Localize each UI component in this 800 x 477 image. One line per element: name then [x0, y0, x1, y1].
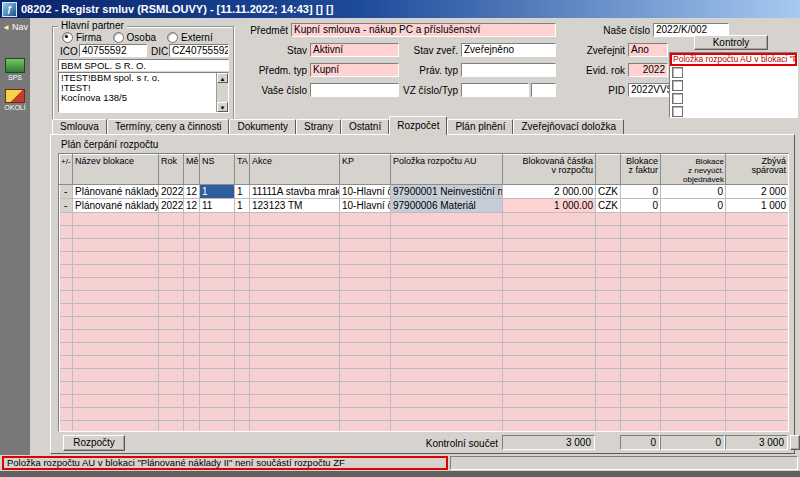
table-row-empty[interactable] [60, 395, 789, 408]
table-cell-empty[interactable] [661, 343, 726, 356]
table-cell-empty[interactable] [596, 252, 621, 265]
table-row-empty[interactable] [60, 278, 789, 291]
checkbox[interactable] [672, 93, 683, 104]
table-cell-empty[interactable] [73, 239, 159, 252]
table-cell-empty[interactable] [661, 395, 726, 408]
checkbox[interactable] [672, 67, 683, 78]
table-cell-empty[interactable] [60, 395, 73, 408]
table-cell-empty[interactable] [340, 213, 391, 226]
table-cell-ta[interactable]: 1 [235, 199, 250, 213]
table-cell-empty[interactable] [200, 382, 235, 395]
table-cell-empty[interactable] [235, 395, 250, 408]
table-cell-empty[interactable] [621, 317, 661, 330]
table-cell-empty[interactable] [661, 304, 726, 317]
sidebar-nav-button[interactable]: ◄ Nav [0, 18, 30, 36]
table-cell-empty[interactable] [159, 317, 184, 330]
table-cell-ns[interactable]: 1 [200, 185, 235, 199]
table-cell-empty[interactable] [184, 278, 200, 291]
table-cell-empty[interactable] [503, 239, 596, 252]
tab-dokumenty[interactable]: Dokumenty [229, 119, 296, 134]
table-cell-empty[interactable] [159, 226, 184, 239]
table-cell-obj[interactable]: 0 [661, 185, 726, 199]
table-cell-empty[interactable] [340, 291, 391, 304]
table-cell-empty[interactable] [184, 226, 200, 239]
table-cell-castka[interactable]: 1 000.00 [503, 199, 596, 213]
table-cell-empty[interactable] [184, 317, 200, 330]
radio-circle[interactable] [167, 32, 178, 43]
tab-ostatn-[interactable]: Ostatní [341, 119, 389, 134]
table-cell-empty[interactable] [60, 408, 73, 421]
table-cell-empty[interactable] [235, 330, 250, 343]
vz-cislo-input[interactable] [461, 83, 529, 97]
partner-address-box[interactable]: !TEST!BBM spol. s r. o.!TEST!Kocínova 13… [58, 72, 229, 113]
table-cell-empty[interactable] [621, 213, 661, 226]
table-cell-empty[interactable] [200, 408, 235, 421]
table-cell-empty[interactable] [200, 304, 235, 317]
table-cell-empty[interactable] [503, 317, 596, 330]
table-cell-empty[interactable] [250, 304, 340, 317]
table-row-empty[interactable] [60, 213, 789, 226]
table-row-empty[interactable] [60, 369, 789, 382]
table-cell-empty[interactable] [73, 408, 159, 421]
table-cell-empty[interactable] [250, 395, 340, 408]
table-cell-empty[interactable] [596, 330, 621, 343]
table-cell-empty[interactable] [503, 343, 596, 356]
scroll-down-button[interactable]: ▼ [217, 102, 228, 112]
table-cell-empty[interactable] [621, 226, 661, 239]
table-cell-empty[interactable] [621, 265, 661, 278]
table-cell-empty[interactable] [159, 213, 184, 226]
table-cell-empty[interactable] [726, 395, 789, 408]
table-cell-empty[interactable] [726, 265, 789, 278]
table-cell-empty[interactable] [726, 382, 789, 395]
table-cell-empty[interactable] [60, 265, 73, 278]
table-cell-empty[interactable] [200, 330, 235, 343]
kontroly-list-item[interactable] [670, 79, 797, 92]
table-cell-empty[interactable] [596, 226, 621, 239]
table-cell-empty[interactable] [184, 239, 200, 252]
table-cell-obj[interactable]: 0 [661, 199, 726, 213]
table-cell-empty[interactable] [200, 317, 235, 330]
table-cell-empty[interactable] [60, 304, 73, 317]
table-cell-empty[interactable] [250, 421, 340, 433]
table-cell-empty[interactable] [340, 252, 391, 265]
table-row-empty[interactable] [60, 343, 789, 356]
table-cell-empty[interactable] [184, 369, 200, 382]
table-cell-empty[interactable] [621, 369, 661, 382]
ico-input[interactable]: 40755592 [79, 44, 147, 57]
dic-input[interactable]: CZ40755592 [169, 44, 229, 57]
table-cell-rok[interactable]: 2022 [159, 185, 184, 199]
predmet-input[interactable]: Kupní smlouva - nákup PC a příslušenství [291, 23, 556, 37]
table-cell-empty[interactable] [340, 239, 391, 252]
table-cell-ns[interactable]: 11 [200, 199, 235, 213]
table-cell-empty[interactable] [235, 421, 250, 433]
radio-extern-[interactable]: Externí [167, 32, 213, 43]
address-scrollbar[interactable]: ▲ ▼ [216, 73, 228, 112]
table-cell-empty[interactable] [60, 278, 73, 291]
stav-input[interactable]: Aktivní [310, 43, 399, 57]
table-cell-empty[interactable] [73, 304, 159, 317]
table-cell-empty[interactable] [661, 265, 726, 278]
table-cell-empty[interactable] [73, 265, 159, 278]
table-cell-empty[interactable] [340, 304, 391, 317]
table-cell-faktury[interactable]: 0 [621, 199, 661, 213]
table-cell-empty[interactable] [596, 421, 621, 433]
partner-name-input[interactable]: BBM SPOL. S R. O. [58, 59, 229, 71]
table-cell-empty[interactable] [200, 239, 235, 252]
table-cell-me[interactable]: 12 [184, 185, 200, 199]
table-cell-empty[interactable] [661, 226, 726, 239]
table-cell-empty[interactable] [391, 252, 503, 265]
table-cell-empty[interactable] [661, 317, 726, 330]
table-cell-empty[interactable] [159, 408, 184, 421]
vase-cislo-input[interactable] [310, 83, 399, 97]
table-cell-empty[interactable] [621, 278, 661, 291]
col-faktury[interactable]: Blokace z faktur [621, 155, 661, 185]
tab-term-ny-ceny-a-innosti[interactable]: Termíny, ceny a činnosti [107, 119, 230, 134]
kontroly-button[interactable]: Kontroly [694, 35, 768, 50]
tab-zve-ej-ovac-dolo-ka[interactable]: Zveřejňovací doložka [513, 119, 624, 134]
table-cell-empty[interactable] [391, 369, 503, 382]
col-ta[interactable]: TA [235, 155, 250, 185]
table-cell-empty[interactable] [661, 330, 726, 343]
table-cell-empty[interactable] [250, 265, 340, 278]
table-cell-ta[interactable]: 1 [235, 185, 250, 199]
tab-smlouva[interactable]: Smlouva [52, 119, 107, 134]
